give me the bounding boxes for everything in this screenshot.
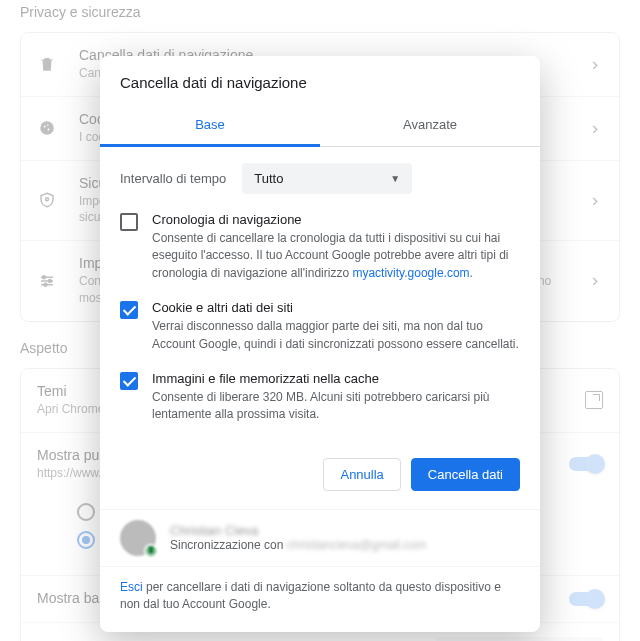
account-row: Christian Cieva Sincronizzazione con chr… [100, 509, 540, 566]
time-range-select[interactable]: Tutto ▼ [242, 163, 412, 194]
checkbox-cookies[interactable] [120, 301, 138, 319]
check-desc: Consente di cancellare la cronologia da … [152, 230, 520, 282]
checkbox-cache[interactable] [120, 372, 138, 390]
check-row-history: Cronologia di navigazione Consente di ca… [120, 212, 520, 282]
clear-data-dialog: Cancella dati di navigazione Base Avanza… [100, 56, 540, 632]
account-sync-text: Sincronizzazione con christiancieva@gmai… [170, 538, 426, 552]
avatar [120, 520, 156, 556]
checkbox-history[interactable] [120, 213, 138, 231]
signout-link[interactable]: Esci [120, 580, 143, 594]
tab-advanced[interactable]: Avanzate [320, 105, 540, 146]
signout-hint: Esci per cancellare i dati di navigazion… [100, 566, 540, 632]
tab-basic[interactable]: Base [100, 105, 320, 147]
check-title: Cookie e altri dati dei siti [152, 300, 520, 315]
myactivity-link[interactable]: myactivity.google.com [352, 266, 469, 280]
time-range-label: Intervallo di tempo [120, 171, 226, 186]
dialog-body: Intervallo di tempo Tutto ▼ Cronologia d… [100, 147, 540, 454]
check-row-cache: Immagini e file memorizzati nella cache … [120, 371, 520, 424]
check-title: Cronologia di navigazione [152, 212, 520, 227]
dialog-title: Cancella dati di navigazione [100, 56, 540, 105]
clear-data-button[interactable]: Cancella dati [411, 458, 520, 491]
dialog-actions: Annulla Cancella dati [100, 454, 540, 509]
cancel-button[interactable]: Annulla [323, 458, 400, 491]
time-range-row: Intervallo di tempo Tutto ▼ [120, 163, 520, 194]
dialog-tabs: Base Avanzate [100, 105, 540, 147]
sync-badge-icon [144, 544, 158, 558]
check-desc: Verrai disconnesso dalla maggior parte d… [152, 318, 520, 353]
check-row-cookies: Cookie e altri dati dei siti Verrai disc… [120, 300, 520, 353]
check-desc: Consente di liberare 320 MB. Alcuni siti… [152, 389, 520, 424]
select-value: Tutto [254, 171, 283, 186]
account-name: Christian Cieva [170, 523, 426, 538]
chevron-down-icon: ▼ [390, 173, 400, 184]
check-title: Immagini e file memorizzati nella cache [152, 371, 520, 386]
